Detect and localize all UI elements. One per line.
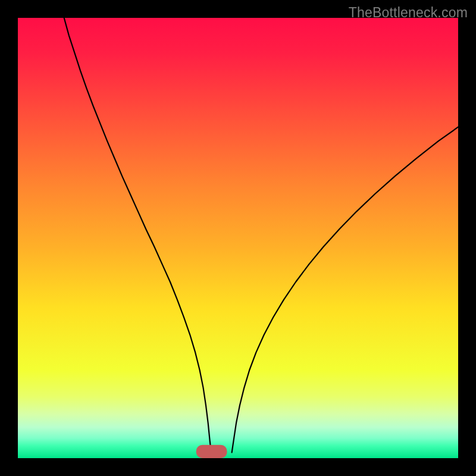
gradient-background bbox=[18, 18, 458, 458]
bottleneck-marker bbox=[196, 445, 227, 458]
plot-area bbox=[18, 18, 458, 458]
chart-frame: TheBottleneck.com bbox=[0, 0, 476, 476]
chart-svg bbox=[18, 18, 458, 458]
